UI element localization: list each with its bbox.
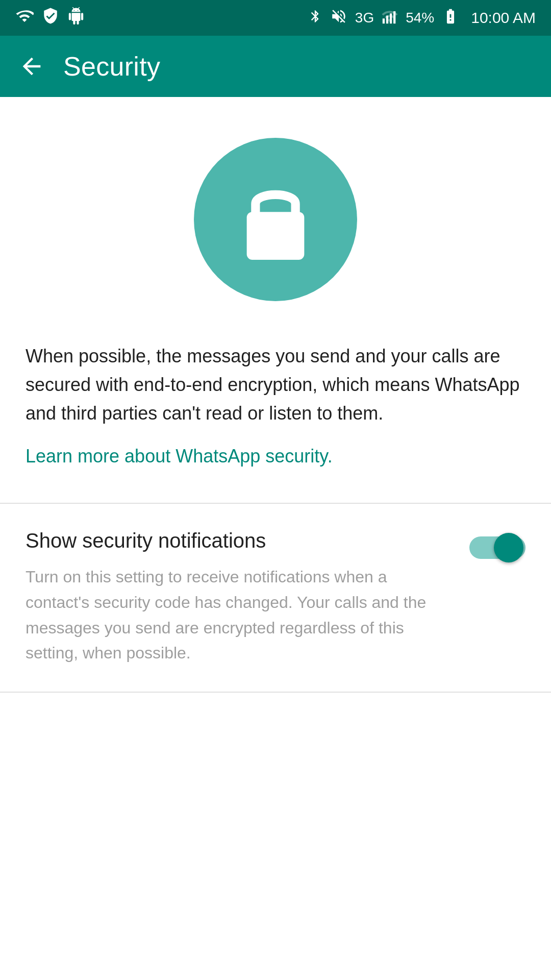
toggle-thumb (494, 533, 523, 562)
lock-circle (194, 138, 357, 301)
security-notifications-toggle[interactable] (469, 531, 525, 564)
wifi-icon (15, 7, 34, 29)
security-notifications-content: Show security notifications Turn on this… (26, 529, 469, 666)
bluetooth-icon (308, 8, 322, 29)
status-time: 10:00 AM (471, 9, 536, 27)
svg-rect-3 (393, 11, 395, 23)
main-content: When possible, the messages you send and… (0, 97, 551, 980)
encryption-description: When possible, the messages you send and… (26, 342, 525, 427)
encryption-section: When possible, the messages you send and… (0, 332, 551, 503)
back-button[interactable] (18, 53, 45, 80)
network-bars-icon (381, 8, 398, 29)
shield-icon (42, 7, 59, 29)
svg-rect-1 (386, 15, 388, 23)
status-bar-left (15, 7, 85, 29)
signal-icon: 3G (355, 10, 374, 26)
learn-more-link[interactable]: Learn more about WhatsApp security. (26, 446, 525, 467)
app-bar: Security (0, 36, 551, 97)
lock-icon (235, 174, 316, 265)
status-bar-right: 3G 54% 10:00 AM (308, 8, 536, 29)
security-notifications-title: Show security notifications (26, 529, 449, 552)
battery-percentage: 54% (406, 10, 434, 26)
security-notifications-description: Turn on this setting to receive notifica… (26, 565, 449, 666)
lock-icon-section (0, 97, 551, 332)
svg-rect-2 (390, 13, 392, 23)
page-title: Security (63, 51, 160, 82)
svg-rect-4 (247, 212, 305, 260)
status-bar: 3G 54% 10:00 AM (0, 0, 551, 36)
toggle-container (469, 529, 525, 564)
android-icon (67, 7, 85, 29)
section-divider-bottom (0, 692, 551, 693)
battery-icon (441, 8, 460, 29)
security-notifications-section: Show security notifications Turn on this… (0, 504, 551, 691)
mute-icon (330, 8, 348, 29)
svg-rect-0 (383, 18, 385, 23)
